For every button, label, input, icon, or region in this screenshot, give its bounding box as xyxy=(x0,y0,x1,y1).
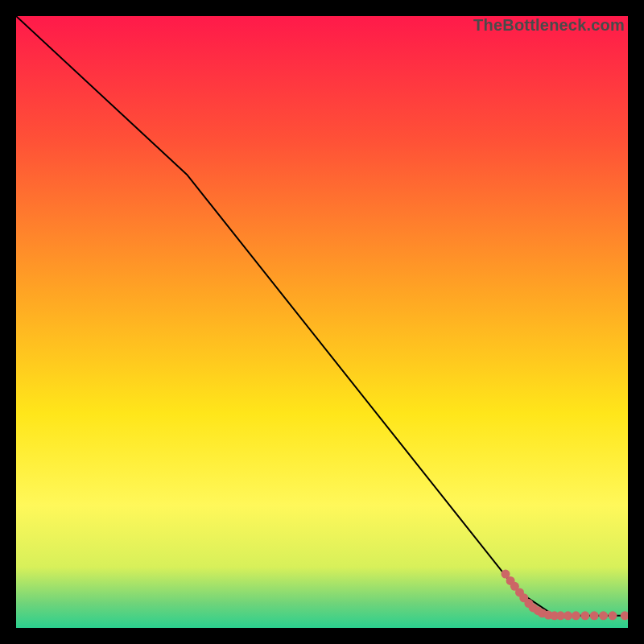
data-point xyxy=(572,611,580,620)
data-point xyxy=(564,611,572,620)
watermark-text: TheBottleneck.com xyxy=(473,16,625,35)
data-point xyxy=(580,611,589,620)
chart-frame: TheBottleneck.com xyxy=(16,16,628,628)
data-point xyxy=(609,611,617,620)
data-point xyxy=(599,611,608,620)
data-point xyxy=(590,611,599,620)
chart-plot xyxy=(16,16,628,628)
gradient-background xyxy=(16,16,628,628)
